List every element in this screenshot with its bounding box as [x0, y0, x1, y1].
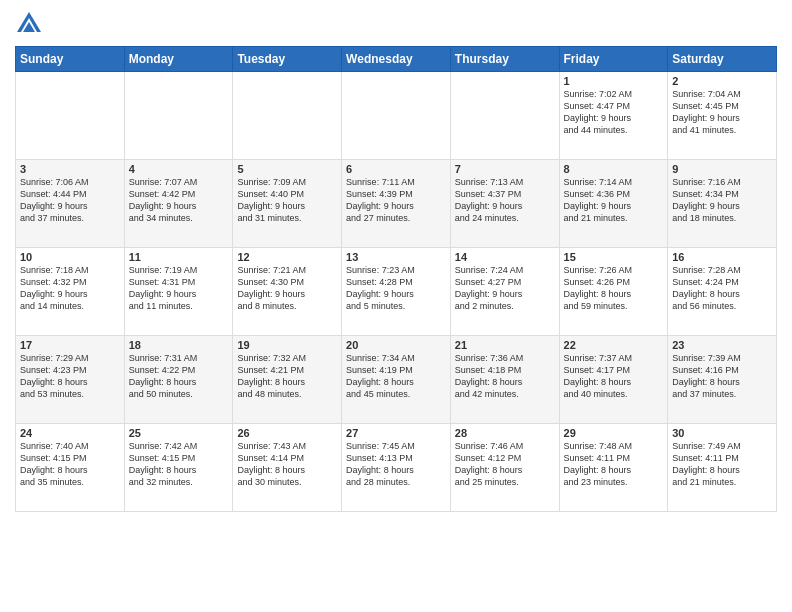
calendar-cell: 29Sunrise: 7:48 AM Sunset: 4:11 PM Dayli… — [559, 424, 668, 512]
day-of-week-header: Wednesday — [342, 47, 451, 72]
day-info: Sunrise: 7:13 AM Sunset: 4:37 PM Dayligh… — [455, 176, 555, 225]
calendar-cell: 22Sunrise: 7:37 AM Sunset: 4:17 PM Dayli… — [559, 336, 668, 424]
calendar-cell: 28Sunrise: 7:46 AM Sunset: 4:12 PM Dayli… — [450, 424, 559, 512]
day-number: 1 — [564, 75, 664, 87]
day-info: Sunrise: 7:45 AM Sunset: 4:13 PM Dayligh… — [346, 440, 446, 489]
day-info: Sunrise: 7:46 AM Sunset: 4:12 PM Dayligh… — [455, 440, 555, 489]
calendar-cell: 26Sunrise: 7:43 AM Sunset: 4:14 PM Dayli… — [233, 424, 342, 512]
calendar-cell: 10Sunrise: 7:18 AM Sunset: 4:32 PM Dayli… — [16, 248, 125, 336]
day-info: Sunrise: 7:07 AM Sunset: 4:42 PM Dayligh… — [129, 176, 229, 225]
day-of-week-header: Saturday — [668, 47, 777, 72]
day-number: 19 — [237, 339, 337, 351]
calendar-header-row: SundayMondayTuesdayWednesdayThursdayFrid… — [16, 47, 777, 72]
day-info: Sunrise: 7:02 AM Sunset: 4:47 PM Dayligh… — [564, 88, 664, 137]
calendar-cell: 5Sunrise: 7:09 AM Sunset: 4:40 PM Daylig… — [233, 160, 342, 248]
calendar: SundayMondayTuesdayWednesdayThursdayFrid… — [15, 46, 777, 512]
day-of-week-header: Sunday — [16, 47, 125, 72]
day-number: 10 — [20, 251, 120, 263]
day-of-week-header: Tuesday — [233, 47, 342, 72]
day-number: 30 — [672, 427, 772, 439]
day-number: 15 — [564, 251, 664, 263]
calendar-cell: 27Sunrise: 7:45 AM Sunset: 4:13 PM Dayli… — [342, 424, 451, 512]
calendar-cell: 12Sunrise: 7:21 AM Sunset: 4:30 PM Dayli… — [233, 248, 342, 336]
day-number: 17 — [20, 339, 120, 351]
day-number: 23 — [672, 339, 772, 351]
day-info: Sunrise: 7:04 AM Sunset: 4:45 PM Dayligh… — [672, 88, 772, 137]
day-info: Sunrise: 7:19 AM Sunset: 4:31 PM Dayligh… — [129, 264, 229, 313]
calendar-cell: 9Sunrise: 7:16 AM Sunset: 4:34 PM Daylig… — [668, 160, 777, 248]
day-number: 18 — [129, 339, 229, 351]
day-of-week-header: Monday — [124, 47, 233, 72]
calendar-week-row: 17Sunrise: 7:29 AM Sunset: 4:23 PM Dayli… — [16, 336, 777, 424]
day-info: Sunrise: 7:43 AM Sunset: 4:14 PM Dayligh… — [237, 440, 337, 489]
day-info: Sunrise: 7:37 AM Sunset: 4:17 PM Dayligh… — [564, 352, 664, 401]
day-number: 9 — [672, 163, 772, 175]
calendar-cell — [16, 72, 125, 160]
calendar-cell: 4Sunrise: 7:07 AM Sunset: 4:42 PM Daylig… — [124, 160, 233, 248]
calendar-cell: 8Sunrise: 7:14 AM Sunset: 4:36 PM Daylig… — [559, 160, 668, 248]
calendar-cell — [342, 72, 451, 160]
day-info: Sunrise: 7:40 AM Sunset: 4:15 PM Dayligh… — [20, 440, 120, 489]
calendar-cell: 16Sunrise: 7:28 AM Sunset: 4:24 PM Dayli… — [668, 248, 777, 336]
calendar-cell: 6Sunrise: 7:11 AM Sunset: 4:39 PM Daylig… — [342, 160, 451, 248]
calendar-cell — [124, 72, 233, 160]
day-info: Sunrise: 7:48 AM Sunset: 4:11 PM Dayligh… — [564, 440, 664, 489]
day-info: Sunrise: 7:29 AM Sunset: 4:23 PM Dayligh… — [20, 352, 120, 401]
day-info: Sunrise: 7:26 AM Sunset: 4:26 PM Dayligh… — [564, 264, 664, 313]
day-number: 28 — [455, 427, 555, 439]
calendar-week-row: 3Sunrise: 7:06 AM Sunset: 4:44 PM Daylig… — [16, 160, 777, 248]
day-info: Sunrise: 7:39 AM Sunset: 4:16 PM Dayligh… — [672, 352, 772, 401]
calendar-cell: 24Sunrise: 7:40 AM Sunset: 4:15 PM Dayli… — [16, 424, 125, 512]
day-info: Sunrise: 7:16 AM Sunset: 4:34 PM Dayligh… — [672, 176, 772, 225]
day-info: Sunrise: 7:14 AM Sunset: 4:36 PM Dayligh… — [564, 176, 664, 225]
calendar-cell: 19Sunrise: 7:32 AM Sunset: 4:21 PM Dayli… — [233, 336, 342, 424]
day-number: 25 — [129, 427, 229, 439]
day-number: 3 — [20, 163, 120, 175]
day-number: 8 — [564, 163, 664, 175]
day-info: Sunrise: 7:31 AM Sunset: 4:22 PM Dayligh… — [129, 352, 229, 401]
day-number: 7 — [455, 163, 555, 175]
day-number: 24 — [20, 427, 120, 439]
calendar-cell: 25Sunrise: 7:42 AM Sunset: 4:15 PM Dayli… — [124, 424, 233, 512]
day-number: 22 — [564, 339, 664, 351]
calendar-cell: 15Sunrise: 7:26 AM Sunset: 4:26 PM Dayli… — [559, 248, 668, 336]
day-number: 26 — [237, 427, 337, 439]
day-number: 16 — [672, 251, 772, 263]
day-of-week-header: Friday — [559, 47, 668, 72]
day-info: Sunrise: 7:32 AM Sunset: 4:21 PM Dayligh… — [237, 352, 337, 401]
calendar-week-row: 24Sunrise: 7:40 AM Sunset: 4:15 PM Dayli… — [16, 424, 777, 512]
day-number: 11 — [129, 251, 229, 263]
day-number: 27 — [346, 427, 446, 439]
day-info: Sunrise: 7:49 AM Sunset: 4:11 PM Dayligh… — [672, 440, 772, 489]
calendar-cell: 23Sunrise: 7:39 AM Sunset: 4:16 PM Dayli… — [668, 336, 777, 424]
calendar-cell: 17Sunrise: 7:29 AM Sunset: 4:23 PM Dayli… — [16, 336, 125, 424]
calendar-cell: 7Sunrise: 7:13 AM Sunset: 4:37 PM Daylig… — [450, 160, 559, 248]
day-info: Sunrise: 7:11 AM Sunset: 4:39 PM Dayligh… — [346, 176, 446, 225]
calendar-cell — [450, 72, 559, 160]
calendar-cell: 11Sunrise: 7:19 AM Sunset: 4:31 PM Dayli… — [124, 248, 233, 336]
day-of-week-header: Thursday — [450, 47, 559, 72]
day-info: Sunrise: 7:06 AM Sunset: 4:44 PM Dayligh… — [20, 176, 120, 225]
day-info: Sunrise: 7:42 AM Sunset: 4:15 PM Dayligh… — [129, 440, 229, 489]
day-number: 14 — [455, 251, 555, 263]
day-number: 13 — [346, 251, 446, 263]
day-info: Sunrise: 7:24 AM Sunset: 4:27 PM Dayligh… — [455, 264, 555, 313]
calendar-cell — [233, 72, 342, 160]
day-info: Sunrise: 7:09 AM Sunset: 4:40 PM Dayligh… — [237, 176, 337, 225]
calendar-cell: 2Sunrise: 7:04 AM Sunset: 4:45 PM Daylig… — [668, 72, 777, 160]
day-number: 4 — [129, 163, 229, 175]
logo-icon — [15, 10, 43, 38]
day-info: Sunrise: 7:34 AM Sunset: 4:19 PM Dayligh… — [346, 352, 446, 401]
calendar-cell: 20Sunrise: 7:34 AM Sunset: 4:19 PM Dayli… — [342, 336, 451, 424]
calendar-cell: 13Sunrise: 7:23 AM Sunset: 4:28 PM Dayli… — [342, 248, 451, 336]
day-info: Sunrise: 7:18 AM Sunset: 4:32 PM Dayligh… — [20, 264, 120, 313]
calendar-cell: 14Sunrise: 7:24 AM Sunset: 4:27 PM Dayli… — [450, 248, 559, 336]
calendar-week-row: 10Sunrise: 7:18 AM Sunset: 4:32 PM Dayli… — [16, 248, 777, 336]
day-number: 5 — [237, 163, 337, 175]
day-info: Sunrise: 7:23 AM Sunset: 4:28 PM Dayligh… — [346, 264, 446, 313]
day-info: Sunrise: 7:28 AM Sunset: 4:24 PM Dayligh… — [672, 264, 772, 313]
page: SundayMondayTuesdayWednesdayThursdayFrid… — [0, 0, 792, 612]
day-number: 29 — [564, 427, 664, 439]
day-number: 6 — [346, 163, 446, 175]
day-number: 12 — [237, 251, 337, 263]
